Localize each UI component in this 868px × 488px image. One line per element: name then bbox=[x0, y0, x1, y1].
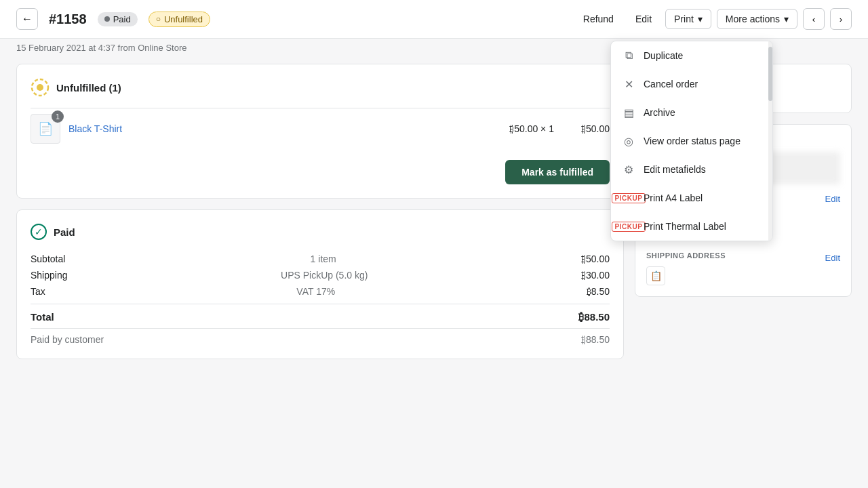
order-number: #1158 bbox=[49, 12, 87, 27]
copy-address-button[interactable]: 📋 bbox=[646, 266, 665, 285]
paid-card: ✓ Paid Subtotal 1 item ₿50.00 Shipping U… bbox=[16, 209, 624, 359]
print-chevron-icon: ▾ bbox=[698, 14, 703, 24]
cancel-icon: ✕ bbox=[622, 77, 635, 91]
total-value: ₿88.50 bbox=[578, 311, 610, 323]
paid-by-customer-row: Paid by customer ₿88.50 bbox=[31, 328, 610, 345]
duplicate-menu-item[interactable]: ⧉ Duplicate bbox=[611, 41, 772, 70]
item-image: 📄 1 bbox=[31, 114, 60, 144]
tax-label: Tax bbox=[31, 286, 45, 297]
main-column: Unfulfilled (1) 📄 1 Black T-Shirt ₿50.00… bbox=[16, 64, 624, 359]
more-actions-chevron-icon: ▾ bbox=[784, 14, 789, 24]
item-total-price: ₿50.00 bbox=[581, 123, 610, 134]
paid-by-label: Paid by customer bbox=[31, 334, 104, 345]
cancel-order-label: Cancel order bbox=[644, 79, 698, 89]
print-a4-label: Print A4 Label bbox=[644, 192, 703, 203]
page: ← #1158 Paid Unfulfilled Refund Edit Pri… bbox=[0, 0, 868, 488]
paid-title: Paid bbox=[54, 226, 75, 238]
subtotal-label: Subtotal bbox=[31, 253, 65, 264]
shipping-edit-link[interactable]: Edit bbox=[825, 253, 840, 263]
total-label: Total bbox=[31, 311, 54, 323]
contact-edit-link[interactable]: Edit bbox=[825, 194, 840, 204]
view-order-status-label: View order status page bbox=[644, 136, 741, 146]
archive-label: Archive bbox=[644, 107, 675, 118]
archive-menu-item[interactable]: ▤ Archive bbox=[611, 98, 772, 127]
item-quantity-badge: 1 bbox=[52, 110, 64, 123]
print-a4-menu-item[interactable]: PICKUP Print A4 Label bbox=[611, 184, 772, 212]
next-order-button[interactable]: › bbox=[830, 8, 852, 30]
subtotal-mid: 1 item bbox=[311, 253, 336, 264]
total-row: Total ₿88.50 bbox=[31, 304, 610, 325]
item-doc-icon: 📄 bbox=[38, 121, 53, 136]
header: ← #1158 Paid Unfulfilled Refund Edit Pri… bbox=[0, 0, 868, 39]
view-order-status-menu-item[interactable]: ◎ View order status page bbox=[611, 127, 772, 155]
unfulfilled-title: Unfulfilled (1) bbox=[56, 82, 121, 94]
subtotal-value: ₿50.00 bbox=[581, 253, 610, 264]
shipping-section: Shipping Address Edit 📋 bbox=[646, 251, 840, 285]
unfulfilled-card-header: Unfulfilled (1) bbox=[31, 78, 610, 97]
item-name-link[interactable]: Black T-Shirt bbox=[68, 123, 122, 134]
shipping-label: Shipping bbox=[31, 270, 68, 281]
view-icon: ◎ bbox=[622, 134, 635, 148]
svg-point-1 bbox=[37, 84, 43, 91]
paid-card-header: ✓ Paid bbox=[31, 224, 610, 240]
back-button[interactable]: ← bbox=[16, 8, 38, 30]
duplicate-label: Duplicate bbox=[644, 50, 683, 61]
duplicate-icon: ⧉ bbox=[622, 49, 635, 62]
subtotal-row: Subtotal 1 item ₿50.00 bbox=[31, 251, 610, 267]
print-a4-icon: PICKUP bbox=[622, 191, 635, 205]
item-price-info: ₿50.00 × 1 ₿50.00 bbox=[509, 123, 610, 134]
header-actions: Refund Edit Print ▾ More actions ▾ ‹ › bbox=[575, 8, 852, 30]
item-unit-price: ₿50.00 × 1 bbox=[509, 123, 554, 134]
edit-metafields-label: Edit metafields bbox=[644, 164, 706, 175]
dropdown-scrollbar[interactable] bbox=[768, 41, 772, 241]
archive-icon: ▤ bbox=[622, 106, 635, 119]
print-thermal-label: Print Thermal Label bbox=[644, 221, 726, 232]
more-actions-dropdown: ⧉ Duplicate ✕ Cancel order ▤ Archive ◎ V… bbox=[610, 41, 773, 241]
print-button[interactable]: Print ▾ bbox=[665, 9, 711, 29]
order-item-row: 📄 1 Black T-Shirt ₿50.00 × 1 ₿50.00 bbox=[31, 108, 610, 149]
print-thermal-icon: PICKUP bbox=[622, 220, 635, 233]
shipping-mid: UPS PickUp (5.0 kg) bbox=[281, 270, 368, 281]
copy-address-icon: 📋 bbox=[650, 270, 662, 281]
paid-icon: ✓ bbox=[31, 224, 47, 240]
edit-metafields-menu-item[interactable]: ⚙ Edit metafields bbox=[611, 155, 772, 184]
paid-by-value: ₿88.50 bbox=[581, 334, 610, 345]
paid-badge: Paid bbox=[98, 12, 138, 26]
mark-as-fulfilled-button[interactable]: Mark as fulfilled bbox=[505, 160, 610, 184]
shipping-section-label: Shipping Address bbox=[646, 251, 726, 260]
edit-button[interactable]: Edit bbox=[627, 9, 660, 28]
unfulfilled-badge: Unfulfilled bbox=[149, 12, 210, 27]
tax-mid: VAT 17% bbox=[296, 286, 335, 297]
cancel-order-menu-item[interactable]: ✕ Cancel order bbox=[611, 70, 772, 98]
shipping-value: ₿30.00 bbox=[581, 270, 610, 281]
metafields-icon: ⚙ bbox=[622, 163, 635, 176]
tax-row: Tax VAT 17% ₿8.50 bbox=[31, 283, 610, 300]
unfulfilled-card: Unfulfilled (1) 📄 1 Black T-Shirt ₿50.00… bbox=[16, 64, 624, 199]
unfulfilled-icon bbox=[31, 78, 50, 97]
more-actions-button[interactable]: More actions ▾ bbox=[717, 9, 797, 29]
refund-button[interactable]: Refund bbox=[575, 9, 622, 28]
fulfill-button-row: Mark as fulfilled bbox=[31, 160, 610, 184]
print-thermal-menu-item[interactable]: PICKUP Print Thermal Label bbox=[611, 212, 772, 241]
prev-order-button[interactable]: ‹ bbox=[803, 8, 825, 30]
shipping-row: Shipping UPS PickUp (5.0 kg) ₿30.00 bbox=[31, 267, 610, 283]
tax-value: ₿8.50 bbox=[587, 286, 610, 297]
